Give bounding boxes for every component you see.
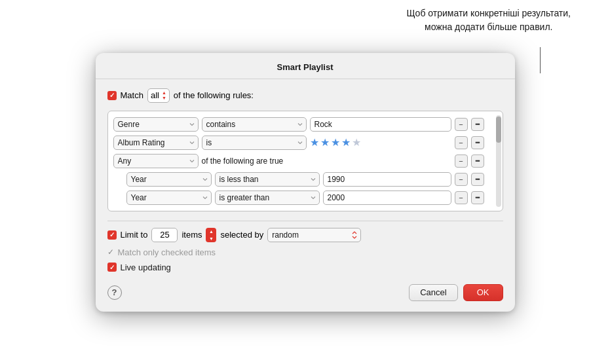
footer-buttons: Cancel OK (409, 284, 503, 301)
scrollbar-track[interactable] (496, 115, 501, 207)
limit-checkbox[interactable] (107, 230, 117, 240)
rule-remove-album-rating[interactable]: − (455, 136, 468, 149)
limit-label: Limit to (121, 230, 148, 240)
rule-row-album-rating: Album Rating is ★ ★ ★ ★ ★ − ••• (111, 134, 500, 152)
live-update-checkbox[interactable] (107, 263, 117, 272)
cancel-button[interactable]: Cancel (409, 284, 457, 301)
divider-1 (107, 221, 503, 221)
star-3: ★ (331, 137, 340, 148)
match-value-select[interactable]: all ▲ ▼ (147, 88, 170, 103)
limit-value[interactable] (151, 228, 178, 242)
rule-more-any[interactable]: ••• (471, 155, 484, 168)
limit-row: Limit to items ▲ ▼ selected by random al… (107, 228, 503, 242)
items-stepper[interactable]: ▲ ▼ (206, 228, 216, 242)
ok-button[interactable]: OK (463, 284, 503, 301)
match-row: Match all ▲ ▼ of the following rules: (107, 88, 503, 103)
rule-row-any: Any of the following are true − ••• (111, 152, 500, 170)
rule-value-year-greater[interactable] (323, 191, 451, 205)
tooltip-line (540, 47, 541, 73)
live-update-row: Live updating (107, 263, 503, 272)
match-checked-label: Match only checked items (118, 247, 216, 257)
rule-row-year-greater: Year is greater than − ••• (111, 189, 500, 207)
rules-area: Genre contains − ••• Album Rating is ★ (107, 111, 503, 211)
rule-field-year-greater[interactable]: Year (126, 191, 212, 205)
scrollbar-thumb[interactable] (496, 117, 501, 143)
star-5: ★ (352, 137, 361, 148)
rule-value-year-less[interactable] (323, 172, 451, 187)
rule-more-year-greater[interactable]: ••• (471, 191, 484, 204)
items-down-arrow: ▼ (206, 235, 216, 242)
rule-operator-year-greater[interactable]: is greater than (215, 191, 320, 205)
rule-operator-genre[interactable]: contains (202, 117, 307, 132)
match-up-arrow: ▲ (162, 90, 166, 96)
smart-playlist-dialog: Smart Playlist Match all ▲ ▼ of the foll… (96, 53, 515, 312)
rule-field-any[interactable]: Any (113, 154, 199, 168)
star-4: ★ (341, 137, 351, 148)
rule-field-year-less[interactable]: Year (126, 172, 212, 187)
help-button[interactable]: ? (107, 285, 122, 300)
rule-remove-year-greater[interactable]: − (455, 191, 468, 204)
match-checked-row: ✓ Match only checked items (107, 247, 503, 257)
selected-by-label: selected by (220, 230, 263, 240)
any-label: of the following are true (202, 156, 284, 166)
dialog-title: Smart Playlist (96, 53, 515, 79)
items-up-arrow: ▲ (206, 228, 216, 235)
match-checkbox[interactable] (107, 91, 117, 100)
rule-remove-any[interactable]: − (455, 155, 468, 168)
match-value: all (151, 90, 159, 100)
rule-row-genre: Genre contains − ••• (111, 115, 500, 134)
rule-operator-album-rating[interactable]: is (202, 136, 307, 150)
rule-more-album-rating[interactable]: ••• (471, 136, 484, 149)
live-update-label: Live updating (121, 263, 171, 272)
match-label: Match (121, 90, 143, 100)
dialog-footer: ? Cancel OK (96, 279, 515, 301)
rule-row-year-less: Year is less than − ••• (111, 170, 500, 189)
rule-more-year-less[interactable]: ••• (471, 173, 484, 186)
limit-items-label: items (181, 230, 202, 240)
rule-field-album-rating[interactable]: Album Rating (113, 136, 199, 150)
star-1: ★ (310, 137, 319, 148)
rule-more-genre[interactable]: ••• (471, 118, 484, 131)
rule-remove-year-less[interactable]: − (455, 173, 468, 186)
match-checked-checkmark: ✓ (107, 247, 114, 257)
rule-operator-year-less[interactable]: is less than (215, 172, 320, 187)
rule-remove-genre[interactable]: − (455, 118, 468, 131)
rule-value-stars[interactable]: ★ ★ ★ ★ ★ (310, 136, 451, 150)
star-2: ★ (320, 137, 330, 148)
selected-by-select[interactable]: random album artist title rating play co… (267, 228, 361, 242)
match-down-arrow: ▼ (162, 96, 166, 101)
match-suffix: of the following rules: (174, 90, 254, 100)
rule-field-genre[interactable]: Genre (113, 117, 199, 132)
match-stepper-arrows: ▲ ▼ (162, 90, 166, 101)
dialog-body: Match all ▲ ▼ of the following rules: Ge… (96, 79, 515, 272)
rule-value-genre[interactable] (310, 117, 451, 132)
tooltip: Щоб отримати конкретніші результати, мож… (406, 7, 571, 34)
